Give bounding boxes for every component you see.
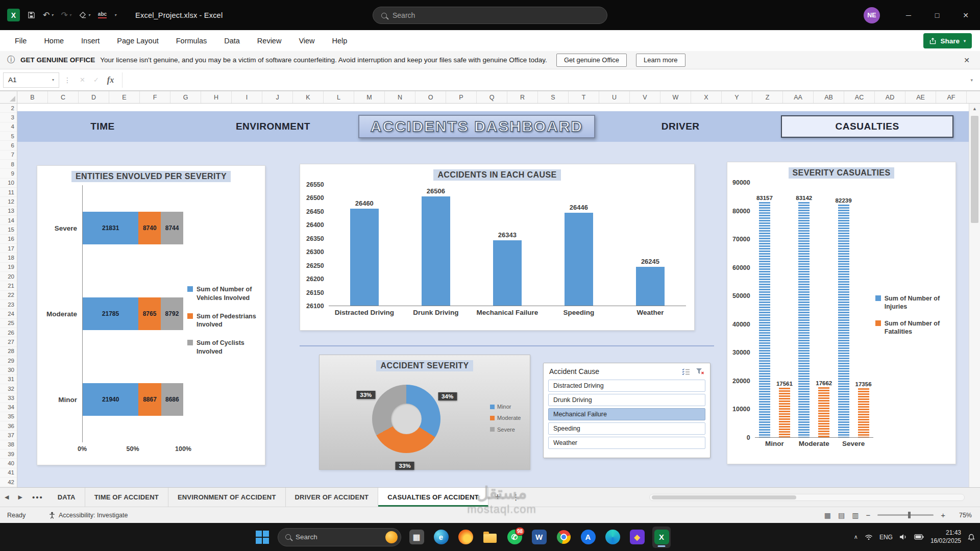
nav-time[interactable]: TIME — [17, 121, 188, 132]
row-header-42[interactable]: 42 — [0, 478, 17, 487]
row-header-13[interactable]: 13 — [0, 207, 17, 216]
select-all-corner[interactable] — [0, 91, 17, 103]
ribbon-tab-file[interactable]: File — [6, 30, 35, 51]
column-header-N[interactable]: N — [385, 91, 415, 103]
bar-drunk-driving[interactable] — [422, 196, 450, 306]
insert-function-icon[interactable]: fx — [103, 76, 118, 85]
column-header-AE[interactable]: AE — [905, 91, 936, 103]
bar-segment[interactable]: 8686 — [161, 383, 183, 416]
slicer-multiselect-icon[interactable] — [680, 367, 691, 376]
row-header-26[interactable]: 26 — [0, 328, 17, 337]
row-header-16[interactable]: 16 — [0, 235, 17, 244]
taskbar-search-box[interactable]: Search — [278, 528, 401, 546]
column-header-C[interactable]: C — [48, 91, 79, 103]
weather-icon[interactable] — [385, 531, 398, 543]
notifications-icon[interactable] — [968, 534, 975, 541]
ribbon-tab-data[interactable]: Data — [215, 30, 249, 51]
row-header-18[interactable]: 18 — [0, 253, 17, 262]
new-sheet-button[interactable]: + — [488, 488, 507, 507]
sheet-nav-left-icon[interactable]: ◀ — [0, 488, 13, 507]
bar-distracted-driving[interactable] — [350, 209, 379, 306]
vertical-scrollbar[interactable]: ▲ — [969, 104, 980, 487]
nav-driver[interactable]: DRIVER — [595, 121, 766, 132]
taskbar-clock[interactable]: 21:43 16/02/2025 — [930, 529, 961, 545]
app-teal-icon[interactable] — [603, 527, 622, 548]
bar-minor-injuries[interactable] — [759, 202, 770, 437]
column-header-Z[interactable]: Z — [752, 91, 783, 103]
row-header-41[interactable]: 41 — [0, 468, 17, 478]
name-box[interactable]: A1 ▾ — [3, 72, 59, 88]
column-header-O[interactable]: O — [415, 91, 446, 103]
bar-segment[interactable]: 21831 — [83, 212, 138, 244]
bar-segment[interactable]: 8867 — [138, 383, 161, 416]
chart-severity-casualties[interactable]: SEVERITY CASUALTIES 90000800007000060000… — [727, 162, 956, 464]
sheet-tabs-menu-icon[interactable]: ••• — [27, 488, 48, 507]
zoom-slider-thumb[interactable] — [908, 512, 911, 518]
ribbon-tab-home[interactable]: Home — [35, 30, 72, 51]
eraser-icon[interactable]: ▾ — [79, 12, 90, 18]
get-genuine-office-button[interactable]: Get genuine Office — [556, 54, 627, 67]
page-break-view-icon[interactable]: ▥ — [852, 511, 859, 519]
zoom-in-icon[interactable]: + — [941, 511, 945, 519]
stacked-bar-moderate[interactable]: 2178587658792 — [83, 297, 183, 330]
excel-icon[interactable]: X — [652, 527, 671, 548]
row-header-39[interactable]: 39 — [0, 449, 17, 459]
slicer-item-mechanical-failure[interactable]: Mechanical Failure — [548, 408, 705, 420]
row-header-21[interactable]: 21 — [0, 281, 17, 290]
bar-severe-injuries[interactable] — [838, 205, 849, 437]
row-header-35[interactable]: 35 — [0, 412, 17, 421]
column-header-S[interactable]: S — [538, 91, 569, 103]
learn-more-button[interactable]: Learn more — [636, 54, 685, 67]
task-view-icon[interactable]: ▦ — [407, 527, 426, 548]
sheet-tab-time-of-accident[interactable]: TIME OF ACCIDENT — [85, 488, 168, 507]
row-header-23[interactable]: 23 — [0, 300, 17, 309]
undo-icon[interactable]: ↶▾ — [43, 11, 53, 19]
sheet-nav-right-icon[interactable]: ▶ — [13, 488, 27, 507]
column-header-M[interactable]: M — [354, 91, 385, 103]
nav-environment[interactable]: ENVIRONMENT — [188, 121, 358, 132]
row-header-8[interactable]: 8 — [0, 160, 17, 169]
ribbon-tab-formulas[interactable]: Formulas — [167, 30, 215, 51]
chrome-icon[interactable] — [554, 527, 573, 548]
horizontal-scrollbar[interactable] — [649, 494, 965, 501]
row-header-24[interactable]: 24 — [0, 309, 17, 318]
slicer-item-weather[interactable]: Weather — [548, 437, 705, 449]
column-header-P[interactable]: P — [446, 91, 477, 103]
battery-icon[interactable] — [914, 534, 924, 540]
slicer-clear-filter-icon[interactable] — [695, 367, 705, 376]
ribbon-tab-page-layout[interactable]: Page Layout — [108, 30, 167, 51]
row-header-27[interactable]: 27 — [0, 337, 17, 346]
row-header-14[interactable]: 14 — [0, 216, 17, 225]
slicer-item-drunk-driving[interactable]: Drunk Driving — [548, 394, 705, 406]
column-header-AA[interactable]: AA — [783, 91, 814, 103]
row-header-11[interactable]: 11 — [0, 188, 17, 197]
row-header-9[interactable]: 9 — [0, 169, 17, 178]
banner-close-icon[interactable]: ✕ — [964, 56, 970, 64]
row-header-33[interactable]: 33 — [0, 393, 17, 403]
row-header-32[interactable]: 32 — [0, 384, 17, 393]
minimize-button[interactable]: ─ — [894, 0, 923, 30]
chart-accident-severity[interactable]: ACCIDENT SEVERITY 34%33%33% MinorModerat… — [319, 355, 530, 470]
column-header-I[interactable]: I — [232, 91, 262, 103]
page-layout-view-icon[interactable]: ▤ — [838, 511, 845, 519]
row-header-17[interactable]: 17 — [0, 244, 17, 253]
column-header-L[interactable]: L — [324, 91, 354, 103]
qat-customize-icon[interactable]: ▾ — [114, 13, 116, 17]
chart-entities-involved[interactable]: ENTITIES ENVOLVED PER SEVERITY Severe218… — [37, 165, 265, 465]
row-header-30[interactable]: 30 — [0, 365, 17, 374]
bar-moderate-injuries[interactable] — [798, 202, 810, 437]
column-header-AF[interactable]: AF — [936, 91, 967, 103]
row-header-36[interactable]: 36 — [0, 421, 17, 431]
row-header-37[interactable]: 37 — [0, 431, 17, 440]
tray-chevron-icon[interactable]: ∧ — [854, 534, 858, 540]
stacked-bar-minor[interactable]: 2194088678686 — [83, 383, 183, 416]
row-header-40[interactable]: 40 — [0, 459, 17, 468]
row-header-6[interactable]: 6 — [0, 141, 17, 150]
row-header-25[interactable]: 25 — [0, 319, 17, 328]
bar-segment[interactable]: 8740 — [138, 212, 161, 244]
row-header-10[interactable]: 10 — [0, 179, 17, 188]
vertical-scroll-thumb[interactable] — [971, 116, 978, 223]
row-header-2[interactable]: 2 — [0, 104, 17, 113]
bar-mechanical-failure[interactable] — [493, 240, 522, 306]
ribbon-tab-view[interactable]: View — [290, 30, 323, 51]
